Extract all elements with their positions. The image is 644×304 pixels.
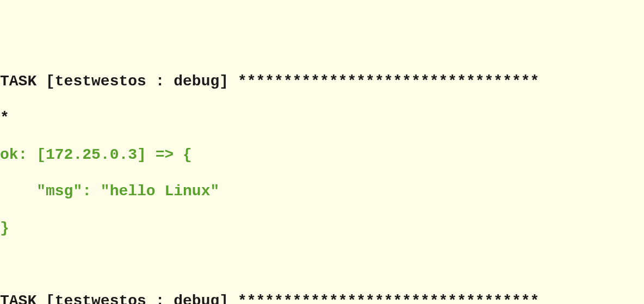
close-line-1: } bbox=[0, 219, 644, 238]
task-label-1: TASK [testwestos : debug] bbox=[0, 73, 238, 90]
task-header-1: TASK [testwestos : debug] **************… bbox=[0, 72, 644, 91]
msg-line-1: "msg": "hello Linux" bbox=[0, 182, 644, 201]
spacer-1 bbox=[0, 255, 644, 275]
task-stars-1a: ********************************* bbox=[238, 73, 540, 90]
task-stars-2a: ********************************* bbox=[238, 293, 540, 304]
task-stars-1b: * bbox=[0, 108, 644, 128]
task-label-2: TASK [testwestos : debug] bbox=[0, 293, 238, 304]
ok-line-1: ok: [172.25.0.3] => { bbox=[0, 145, 644, 165]
task-header-2: TASK [testwestos : debug] **************… bbox=[0, 291, 644, 304]
